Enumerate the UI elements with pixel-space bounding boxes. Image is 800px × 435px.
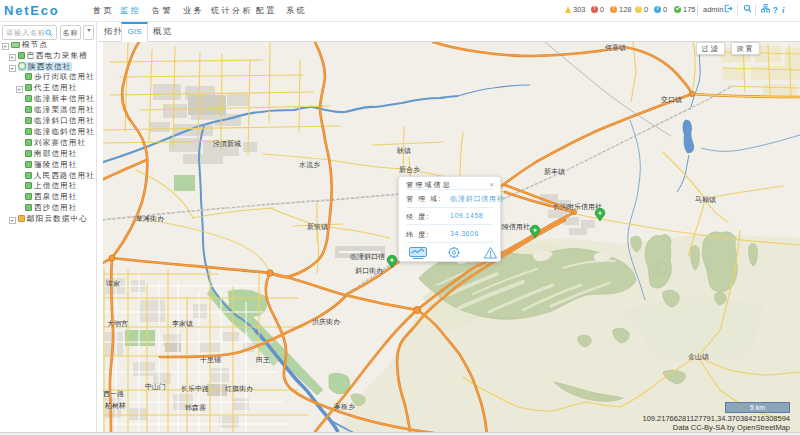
svg-text:水流乡: 水流乡 [299,161,320,169]
svg-text:谭家: 谭家 [106,280,120,288]
svg-text:新丰镇: 新丰镇 [544,167,565,176]
svg-text:斜口街办: 斜口街办 [355,267,384,275]
svg-text:红旗街办: 红旗街办 [225,385,254,393]
svg-text:案板乡: 案板乡 [334,402,355,411]
svg-text:中山门: 中山门 [145,383,166,390]
svg-text:李家镇: 李家镇 [172,320,193,328]
svg-text:新筑镇: 新筑镇 [307,222,328,231]
svg-text:韩森寨: 韩森寨 [185,403,206,412]
svg-text:洪庆街办: 洪庆街办 [312,318,341,326]
svg-text:西一路: 西一路 [103,390,124,398]
svg-text:田王: 田王 [256,356,270,364]
svg-text:草滩街办: 草滩街办 [136,215,165,223]
svg-text:柏树林: 柏树林 [104,402,126,410]
svg-text:金山镇: 金山镇 [688,353,709,361]
svg-text:耿镇: 耿镇 [397,147,411,155]
svg-text:何寨镇: 何寨镇 [605,43,626,52]
svg-text:交口镇: 交口镇 [660,96,682,104]
svg-text:长沟附乐信用社: 长沟附乐信用社 [553,203,602,211]
svg-text:大明宫: 大明宫 [107,320,128,327]
svg-text:泾渭新城: 泾渭新城 [213,139,241,148]
svg-text:临潼斜口信: 临潼斜口信 [350,253,385,261]
svg-text:新合乡: 新合乡 [399,165,420,174]
svg-text:马额镇: 马额镇 [695,196,716,204]
svg-text:长乐中路: 长乐中路 [181,385,209,393]
svg-text:十里铺: 十里铺 [200,356,221,364]
